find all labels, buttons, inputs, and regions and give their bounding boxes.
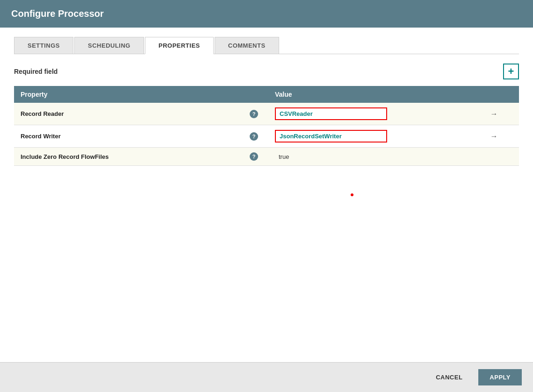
property-value-record-reader[interactable]: CSVReader [268, 103, 469, 125]
configure-processor-dialog: Configure Processor SETTINGS SCHEDULING … [0, 0, 533, 392]
property-name-record-writer: Record Writer [14, 125, 239, 148]
table-row: Record Reader ? CSVReader → [14, 103, 519, 125]
arrow-cell-record-writer[interactable]: → [469, 125, 519, 148]
help-icon-include-zero[interactable]: ? [250, 152, 258, 161]
col-header-help [239, 86, 268, 103]
property-name-record-reader: Record Reader [14, 103, 239, 125]
dialog-title: Configure Processor [11, 8, 104, 19]
value-highlighted-record-writer[interactable]: JsonRecordSetWriter [275, 130, 387, 143]
help-icon-record-reader[interactable]: ? [250, 110, 258, 118]
property-value-include-zero: true [268, 148, 469, 166]
property-value-record-writer[interactable]: JsonRecordSetWriter [268, 125, 469, 148]
help-cell-record-reader: ? [239, 103, 268, 125]
properties-table: Property Value Record Reader ? CSVReader [14, 86, 519, 166]
tab-settings[interactable]: SETTINGS [14, 37, 73, 54]
arrow-cell-include-zero [469, 148, 519, 166]
required-field-row: Required field + [14, 64, 519, 79]
table-row: Record Writer ? JsonRecordSetWriter → [14, 125, 519, 148]
dialog-body: SETTINGS SCHEDULING PROPERTIES COMMENTS … [0, 28, 533, 362]
help-cell-record-writer: ? [239, 125, 268, 148]
col-header-property: Property [14, 86, 239, 103]
tab-comments[interactable]: COMMENTS [215, 37, 279, 54]
arrow-cell-record-reader[interactable]: → [469, 103, 519, 125]
dialog-header: Configure Processor [0, 0, 533, 28]
required-field-label: Required field [14, 68, 58, 75]
content-area: Property Value Record Reader ? CSVReader [14, 86, 519, 353]
tab-scheduling[interactable]: SCHEDULING [74, 37, 144, 54]
property-name-include-zero: Include Zero Record FlowFiles [14, 148, 239, 166]
add-property-button[interactable]: + [503, 64, 519, 79]
col-header-value: Value [268, 86, 469, 103]
apply-button[interactable]: APPLY [478, 369, 522, 385]
arrow-icon-record-reader[interactable]: → [490, 110, 497, 118]
tabs-container: SETTINGS SCHEDULING PROPERTIES COMMENTS [14, 37, 519, 54]
col-header-action [469, 86, 519, 103]
tab-properties[interactable]: PROPERTIES [145, 37, 214, 54]
dialog-footer: CANCEL APPLY [0, 362, 533, 392]
cancel-button[interactable]: CANCEL [425, 369, 474, 385]
table-row: Include Zero Record FlowFiles ? true [14, 148, 519, 166]
help-icon-record-writer[interactable]: ? [250, 132, 258, 141]
value-highlighted-record-reader[interactable]: CSVReader [275, 107, 387, 120]
help-cell-include-zero: ? [239, 148, 268, 166]
value-plain-include-zero: true [275, 151, 293, 162]
table-header-row: Property Value [14, 86, 519, 103]
arrow-icon-record-writer[interactable]: → [490, 132, 497, 141]
red-dot-indicator [351, 193, 353, 196]
